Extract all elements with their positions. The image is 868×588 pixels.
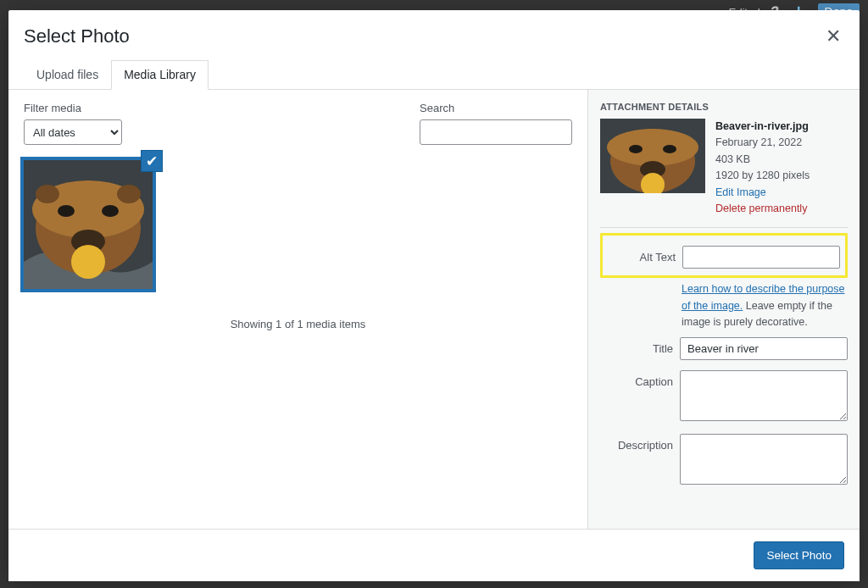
svg-point-11 [607, 129, 698, 166]
close-icon: ✕ [826, 25, 841, 47]
media-gallery: ✔ [24, 145, 572, 289]
attachment-details-heading: ATTACHMENT DETAILS [600, 102, 848, 112]
tab-media-library[interactable]: Media Library [111, 60, 209, 90]
description-textarea[interactable] [680, 434, 848, 485]
filter-dates-select[interactable]: All dates [24, 119, 122, 145]
svg-point-8 [117, 185, 141, 203]
edit-image-link[interactable]: Edit Image [715, 186, 766, 198]
title-label: Title [600, 337, 673, 355]
alt-text-input[interactable] [682, 246, 840, 269]
alt-text-highlight: Alt Text [600, 233, 848, 278]
media-thumbnail[interactable]: ✔ [24, 160, 153, 289]
attachment-details-pane: ATTACHMENT DETAILS Beaver-in-river.jpg [588, 90, 860, 529]
attachment-dimensions: 1920 by 1280 pixels [715, 168, 810, 184]
attachment-meta: Beaver-in-river.jpg February 21, 2022 40… [715, 119, 810, 217]
tab-upload-files[interactable]: Upload files [24, 60, 111, 90]
selected-check-badge: ✔ [141, 150, 163, 172]
media-status-text: Showing 1 of 1 media items [24, 318, 572, 330]
attachment-thumbnail [600, 119, 705, 193]
svg-point-4 [102, 205, 119, 217]
modal-header: Select Photo ✕ [8, 10, 860, 59]
attachment-summary: Beaver-in-river.jpg February 21, 2022 40… [600, 119, 848, 228]
modal-content: Filter media All dates Search [8, 90, 860, 529]
delete-permanently-link[interactable]: Delete permanently [715, 202, 807, 214]
filter-media-label: Filter media [24, 102, 122, 114]
caption-textarea[interactable] [680, 370, 848, 421]
alt-text-hint: Learn how to describe the purpose of the… [600, 281, 848, 330]
attachment-date: February 21, 2022 [715, 135, 810, 151]
attachment-filename: Beaver-in-river.jpg [715, 119, 810, 135]
beaver-thumbnail-image [24, 160, 153, 289]
library-pane: Filter media All dates Search [8, 90, 588, 529]
library-toolbar: Filter media All dates Search [24, 102, 572, 145]
modal-footer: Select Photo [8, 529, 860, 581]
svg-point-7 [36, 185, 59, 203]
description-label: Description [600, 434, 673, 452]
caption-label: Caption [600, 370, 673, 388]
tabs: Upload files Media Library [8, 59, 860, 90]
svg-point-3 [58, 205, 75, 217]
check-icon: ✔ [146, 153, 158, 170]
modal-title: Select Photo [24, 25, 130, 47]
svg-point-6 [71, 245, 105, 279]
filter-media-group: Filter media All dates [24, 102, 122, 145]
attachment-size: 403 KB [715, 152, 810, 168]
search-input[interactable] [420, 119, 572, 145]
alt-text-label: Alt Text [603, 246, 676, 263]
close-button[interactable]: ✕ [822, 22, 844, 51]
select-photo-button[interactable]: Select Photo [754, 541, 844, 569]
media-modal: Select Photo ✕ Upload files Media Librar… [8, 10, 860, 581]
search-label: Search [420, 102, 572, 114]
svg-point-13 [663, 145, 676, 153]
search-group: Search [420, 102, 572, 145]
title-input[interactable] [680, 337, 848, 360]
svg-point-12 [629, 145, 643, 153]
